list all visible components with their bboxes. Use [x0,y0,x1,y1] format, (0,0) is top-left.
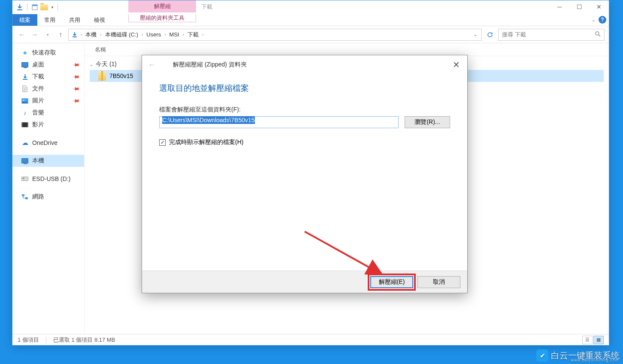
back-arrow-icon[interactable]: ← [148,60,156,69]
chevron-right-icon[interactable]: › [80,32,83,37]
folder-icon[interactable] [40,3,48,11]
sidebar-label: ESD-USB (D:) [32,175,70,182]
watermark-url: www.baiyunxitong.com [571,358,619,362]
search-icon[interactable] [595,31,601,39]
watermark-logo-icon: ✔ [536,349,548,361]
dialog-close-button[interactable]: ✕ [449,59,463,71]
zip-folder-icon [98,71,106,81]
chevron-right-icon[interactable]: › [99,32,102,37]
computer-icon [21,157,29,165]
sidebar-label: 網路 [32,193,44,201]
column-header-name[interactable]: 名稱 [85,43,609,56]
pin-icon: 📌 [72,96,80,105]
tab-file[interactable]: 檔案 [12,14,37,26]
usb-drive-icon [21,175,29,183]
sidebar-label: 影片 [32,121,44,129]
sidebar-label: 下載 [32,73,44,81]
cloud-icon: ☁ [21,139,29,147]
search-input[interactable] [502,31,595,38]
tab-home[interactable]: 常用 [37,14,62,26]
breadcrumb-item[interactable]: 本機磁碟 (C:) [103,31,140,39]
refresh-button[interactable] [484,29,496,40]
sidebar-label: 快速存取 [32,49,56,57]
titlebar: ▼ 解壓縮 下載 ─ ☐ ✕ [12,0,609,14]
pin-icon: 📌 [72,60,80,69]
network-icon [21,193,29,201]
navigation-bar: ← → ▾ ↑ › 本機 › 本機磁碟 (C:) › Users › MSI ›… [12,26,609,43]
tab-compressed-tools[interactable]: 壓縮的資料夾工具 [128,14,196,22]
destination-path-input[interactable]: C:\Users\MSI\Downloads\7B50v15 [159,116,399,128]
sidebar-label: 圖片 [32,97,44,105]
address-bar[interactable]: › 本機 › 本機磁碟 (C:) › Users › MSI › 下載 › ⌄ [68,29,482,41]
tab-share[interactable]: 共用 [62,14,87,26]
sidebar-label: 音樂 [32,109,44,117]
svg-point-2 [596,32,599,35]
picture-icon [21,97,29,105]
pin-icon: 📌 [72,72,80,81]
chevron-down-icon: ⌄ [90,62,93,67]
maximize-button[interactable]: ☐ [569,0,589,13]
tab-view[interactable]: 檢視 [87,14,112,26]
close-button[interactable]: ✕ [589,0,609,13]
browse-button[interactable]: 瀏覽(R)... [405,116,450,128]
sidebar-label: 桌面 [32,61,44,69]
zip-folder-icon [161,60,169,70]
breadcrumb-item[interactable]: 本機 [84,31,98,39]
view-details-button[interactable]: ☰ [582,336,593,344]
separator [57,3,58,11]
sidebar-network[interactable]: 網路 [12,191,84,203]
video-icon [21,121,29,129]
sidebar-music[interactable]: ♪ 音樂 [12,107,84,119]
forward-button[interactable]: → [30,30,40,40]
breadcrumb-item[interactable]: 下載 [186,31,200,39]
sidebar-quick-access[interactable]: ★ 快速存取 [12,47,84,59]
svg-rect-5 [22,123,28,127]
dialog-footer: 解壓縮(E) 取消 [142,271,467,293]
sidebar-desktop[interactable]: 桌面 📌 [12,59,84,71]
separator [27,3,27,11]
show-files-checkbox-row[interactable]: ✓ 完成時顯示解壓縮的檔案(H) [159,138,450,146]
sidebar-downloads[interactable]: 下載 📌 [12,71,84,83]
checkbox-checked-icon[interactable]: ✓ [159,139,166,146]
dialog-body: 選取目的地並解壓縮檔案 檔案會解壓縮至這個資料夾(F): C:\Users\MS… [142,74,467,271]
ribbon-expand-icon[interactable]: ⌄ [592,18,595,22]
sidebar-label: OneDrive [32,139,57,146]
sidebar-videos[interactable]: 影片 [12,119,84,131]
chevron-right-icon[interactable]: › [201,32,204,37]
properties-icon[interactable] [31,3,39,11]
minimize-button[interactable]: ─ [550,0,569,13]
download-arrow-icon[interactable] [16,3,24,11]
up-button[interactable]: ↑ [55,30,66,40]
navigation-pane: ★ 快速存取 桌面 📌 下載 📌 文件 📌 [12,43,85,334]
download-arrow-icon [70,30,79,39]
watermark: ✔ 白云一键重装系统 www.baiyunxitong.com [536,349,620,361]
sidebar-this-pc[interactable]: 本機 [12,155,84,167]
sidebar-documents[interactable]: 文件 📌 [12,83,84,95]
sidebar-esd-usb[interactable]: ESD-USB (D:) [12,173,84,185]
sidebar-label: 本機 [32,157,44,165]
address-dropdown-icon[interactable]: ⌄ [471,32,480,37]
breadcrumb-item[interactable]: MSI [168,31,181,38]
cancel-button[interactable]: 取消 [417,276,460,288]
help-icon[interactable]: ? [599,16,606,24]
checkbox-label: 完成時顯示解壓縮的檔案(H) [169,138,243,146]
chevron-right-icon[interactable]: › [163,32,166,37]
search-box[interactable] [498,29,605,41]
sidebar-label: 文件 [32,85,44,93]
contextual-tab-header: 解壓縮 [128,0,196,12]
chevron-right-icon[interactable]: › [182,32,185,37]
dialog-titlebar: ← 解壓縮壓縮 (Zipped) 資料夾 ✕ [142,55,467,74]
qat-dropdown-icon[interactable]: ▼ [51,6,54,9]
path-label: 檔案會解壓縮至這個資料夾(F): [159,106,450,114]
pin-icon: 📌 [72,84,80,93]
sidebar-pictures[interactable]: 圖片 📌 [12,95,84,107]
extract-button[interactable]: 解壓縮(E) [370,276,413,288]
chevron-right-icon[interactable]: › [141,32,144,37]
breadcrumb-item[interactable]: Users [145,31,163,38]
view-large-icons-button[interactable]: ▦ [593,336,604,344]
recent-dropdown-icon[interactable]: ▾ [42,30,53,40]
music-icon: ♪ [21,109,29,117]
sidebar-onedrive[interactable]: ☁ OneDrive [12,137,84,149]
download-icon [21,73,29,81]
back-button[interactable]: ← [17,30,27,40]
